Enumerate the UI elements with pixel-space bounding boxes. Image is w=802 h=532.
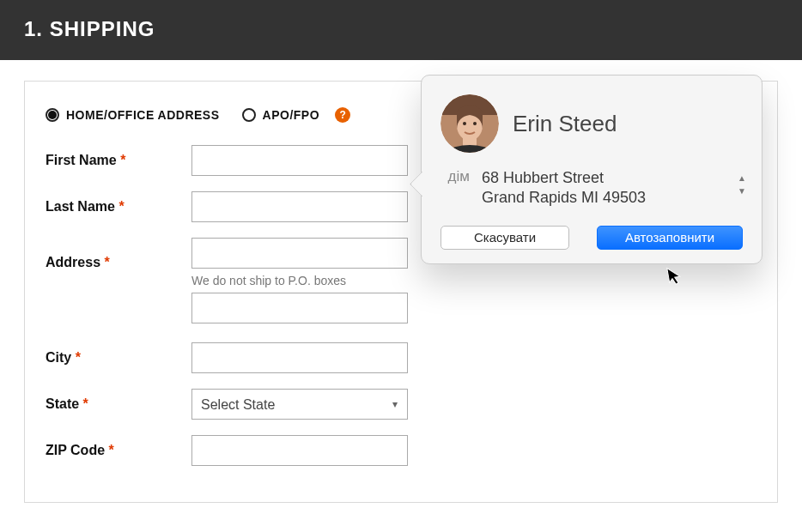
contact-address: 68 Hubbert Street Grand Rapids MI 49503 [482, 168, 743, 209]
address-input[interactable] [191, 238, 408, 269]
autofill-popover: Erin Steed дім 68 Hubbert Street Grand R… [421, 75, 763, 264]
label-text: State [46, 396, 79, 411]
required-mark: * [76, 350, 81, 365]
row-city: City * [46, 342, 756, 373]
contact-address-row: дім 68 Hubbert Street Grand Rapids MI 49… [440, 168, 743, 209]
label-text: First Name [46, 153, 117, 167]
address-type-label: дім [440, 168, 470, 209]
address-type-home-radio[interactable]: HOME/OFFICE ADDRESS [46, 108, 220, 122]
address-stepper[interactable]: ▲ ▼ [738, 173, 746, 196]
first-name-label: First Name * [46, 153, 191, 168]
required-mark: * [104, 255, 109, 269]
chevron-up-icon: ▲ [738, 173, 746, 183]
zip-label: ZIP Code * [46, 443, 191, 458]
required-mark: * [109, 443, 114, 457]
city-label: City * [46, 350, 191, 366]
svg-point-5 [463, 122, 466, 125]
required-mark: * [118, 199, 124, 214]
required-mark: * [83, 396, 88, 411]
required-mark: * [120, 153, 125, 167]
autofill-button[interactable]: Автозаповнити [597, 226, 743, 250]
row-address2 [46, 293, 756, 323]
last-name-input[interactable] [191, 191, 408, 222]
popover-buttons: Скасувати Автозаповнити [440, 226, 743, 250]
address-label: Address * [46, 255, 191, 270]
address-hint: We do not ship to P.O. boxes [191, 274, 408, 287]
row-state: State * Select State ▾ [46, 389, 756, 420]
radio-label: APO/FPO [263, 108, 320, 122]
avatar-icon [440, 94, 499, 153]
city-input[interactable] [191, 342, 408, 373]
help-icon[interactable]: ? [335, 107, 350, 123]
row-zip: ZIP Code * [46, 435, 756, 466]
address-line1: 68 Hubbert Street [482, 168, 743, 188]
label-text: Last Name [46, 199, 115, 214]
address-line2: Grand Rapids MI 49503 [482, 188, 743, 208]
last-name-label: Last Name * [46, 199, 191, 215]
label-text: ZIP Code [46, 443, 105, 457]
contact-header: Erin Steed [440, 94, 743, 153]
address2-input[interactable] [191, 293, 408, 323]
zip-input[interactable] [191, 435, 408, 466]
avatar [440, 94, 499, 153]
radio-label: HOME/OFFICE ADDRESS [66, 108, 220, 122]
contact-name: Erin Steed [513, 111, 617, 137]
page-header: 1. SHIPPING [0, 0, 802, 60]
cancel-button[interactable]: Скасувати [440, 226, 569, 250]
state-label: State * [46, 396, 191, 412]
header-title: 1. SHIPPING [24, 17, 155, 40]
first-name-input[interactable] [191, 145, 408, 176]
state-select[interactable]: Select State [191, 389, 408, 420]
chevron-down-icon: ▼ [738, 186, 746, 196]
radio-icon [46, 108, 59, 122]
label-text: Address [46, 255, 100, 269]
svg-point-6 [473, 122, 477, 125]
label-text: City [46, 350, 71, 365]
address-type-apo-radio[interactable]: APO/FPO [242, 108, 320, 122]
radio-icon [242, 108, 256, 122]
